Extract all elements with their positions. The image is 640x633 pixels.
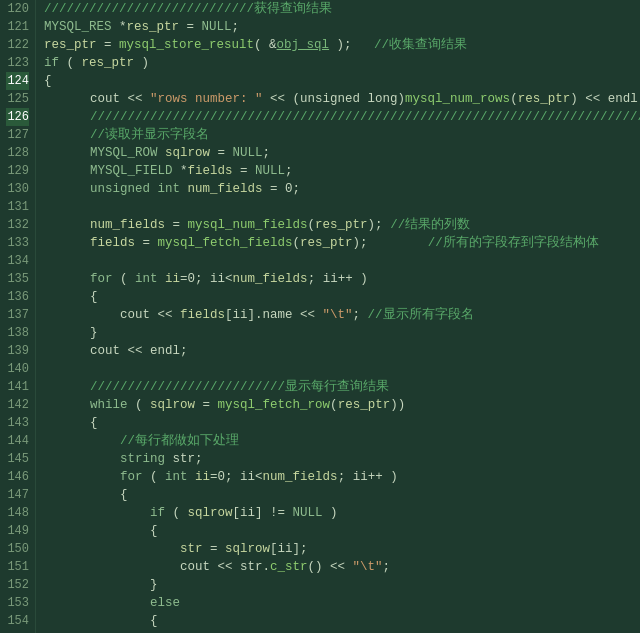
code-line: }: [44, 576, 640, 594]
line-number: 122: [6, 36, 29, 54]
code-line: string str;: [44, 450, 640, 468]
code-line: [44, 360, 640, 378]
code-line: res_ptr = mysql_store_result( &obj_sql )…: [44, 36, 640, 54]
code-line: cout << fields[ii].name << "\t"; //显示所有字…: [44, 306, 640, 324]
line-number: 149: [6, 522, 29, 540]
line-number: 144: [6, 432, 29, 450]
code-line: else: [44, 594, 640, 612]
code-line: unsigned int num_fields = 0;: [44, 180, 640, 198]
code-line: {: [44, 486, 640, 504]
line-number: 136: [6, 288, 29, 306]
code-line: ////////////////////////////////////////…: [44, 108, 640, 126]
code-line: {: [44, 414, 640, 432]
code-line: {: [44, 522, 640, 540]
code-line: if ( sqlrow[ii] != NULL ): [44, 504, 640, 522]
line-number: 137: [6, 306, 29, 324]
line-number: 126: [6, 108, 29, 126]
line-number: 145: [6, 450, 29, 468]
line-number: 129: [6, 162, 29, 180]
code-line: for ( int ii=0; ii<num_fields; ii++ ): [44, 270, 640, 288]
code-line: {: [44, 72, 640, 90]
code-line: {: [44, 612, 640, 630]
line-number: 152: [6, 576, 29, 594]
line-number: 141: [6, 378, 29, 396]
code-line: for ( int ii=0; ii<num_fields; ii++ ): [44, 468, 640, 486]
line-number-gutter: 1201211221231241251261271281291301311321…: [0, 0, 36, 633]
code-line: if ( res_ptr ): [44, 54, 640, 72]
line-number: 146: [6, 468, 29, 486]
line-number: 138: [6, 324, 29, 342]
line-number: 121: [6, 18, 29, 36]
code-line: //////////////////////////显示每行查询结果: [44, 378, 640, 396]
code-line: }: [44, 324, 640, 342]
code-line: [44, 252, 640, 270]
code-line: MYSQL_ROW sqlrow = NULL;: [44, 144, 640, 162]
line-number: 120: [6, 0, 29, 18]
code-line: num_fields = mysql_num_fields(res_ptr); …: [44, 216, 640, 234]
code-line: cout << "rows number: " << (unsigned lon…: [44, 90, 640, 108]
code-line: while ( sqlrow = mysql_fetch_row(res_ptr…: [44, 396, 640, 414]
code-content[interactable]: ////////////////////////////获得查询结果MYSQL_…: [36, 0, 640, 633]
line-number: 139: [6, 342, 29, 360]
line-number: 135: [6, 270, 29, 288]
code-line: cout << str.c_str() << "\t";: [44, 558, 640, 576]
code-editor: 1201211221231241251261271281291301311321…: [0, 0, 640, 633]
line-number: 132: [6, 216, 29, 234]
line-number: 133: [6, 234, 29, 252]
code-line: [44, 198, 640, 216]
code-line: MYSQL_RES *res_ptr = NULL;: [44, 18, 640, 36]
code-line: ////////////////////////////获得查询结果: [44, 0, 640, 18]
line-number: 151: [6, 558, 29, 576]
code-line: MYSQL_FIELD *fields = NULL;: [44, 162, 640, 180]
line-number: 153: [6, 594, 29, 612]
line-number: 148: [6, 504, 29, 522]
line-number: 143: [6, 414, 29, 432]
line-number: 140: [6, 360, 29, 378]
code-line: //每行都做如下处理: [44, 432, 640, 450]
line-number: 131: [6, 198, 29, 216]
line-number: 150: [6, 540, 29, 558]
code-line: fields = mysql_fetch_fields(res_ptr); //…: [44, 234, 640, 252]
code-line: cout << endl;: [44, 342, 640, 360]
line-number: 142: [6, 396, 29, 414]
line-number: 130: [6, 180, 29, 198]
line-number: 124: [6, 72, 29, 90]
code-line: //读取并显示字段名: [44, 126, 640, 144]
line-number: 127: [6, 126, 29, 144]
line-number: 123: [6, 54, 29, 72]
code-line: str = sqlrow[ii];: [44, 540, 640, 558]
line-number: 128: [6, 144, 29, 162]
line-number: 147: [6, 486, 29, 504]
line-number: 134: [6, 252, 29, 270]
code-line: {: [44, 288, 640, 306]
line-number: 154: [6, 612, 29, 630]
line-number: 125: [6, 90, 29, 108]
